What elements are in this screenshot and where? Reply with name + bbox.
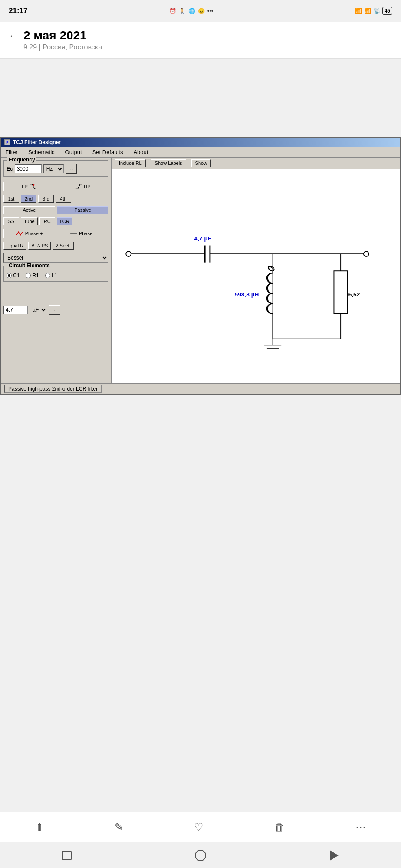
active-button[interactable]: Active (3, 206, 55, 214)
nav-bar (0, 842, 401, 868)
nav-circle-icon (195, 850, 206, 861)
frequency-label: Frequency (7, 157, 36, 163)
hp-button[interactable]: HP (57, 182, 108, 191)
value-row: µF nF pF ··· (3, 305, 108, 315)
order-2nd-button[interactable]: 2nd (21, 195, 36, 203)
signal2-icon: 📶 (364, 8, 371, 14)
tcj-icon: P (4, 139, 10, 145)
show-button[interactable]: Show (191, 159, 211, 167)
edit-icon: ✎ (115, 821, 123, 833)
svg-point-12 (126, 251, 131, 256)
status-time: 21:17 (9, 7, 27, 15)
post-title: 2 мая 2021 (23, 29, 108, 43)
radio-r1-label: R1 (32, 273, 39, 279)
lp-button[interactable]: LP (3, 182, 55, 191)
ec-label: Ec (7, 166, 13, 172)
order-1st-button[interactable]: 1st (3, 195, 19, 203)
filter-description: Passive high-pass 2nd-order LCR filter (4, 385, 102, 393)
active-passive-row: Active Passive (3, 206, 108, 214)
tcj-title: TCJ Filter Designer (13, 139, 61, 145)
circuit-elements-group: Circuit Elements C1 R1 L1 (3, 266, 108, 282)
radio-l1-label: L1 (52, 273, 57, 279)
frequency-input[interactable] (15, 164, 42, 173)
delete-icon: 🗑 (274, 821, 285, 833)
tech-row: SS Tube RC LCR (3, 217, 108, 225)
menu-setdefaults[interactable]: Set Defaults (91, 148, 125, 156)
bessel-select[interactable]: Bessel Butterworth Chebyshev (3, 253, 108, 263)
value-unit-select[interactable]: µF nF pF (30, 306, 47, 314)
order-4th-button[interactable]: 4th (56, 195, 71, 203)
radio-c1[interactable]: C1 (7, 273, 20, 279)
radio-r1-circle (26, 273, 31, 278)
schematic-svg: 4,7 µF 598,8 µH (112, 169, 400, 381)
radio-c1-label: C1 (13, 273, 20, 279)
nav-back-button[interactable] (327, 848, 342, 863)
like-button[interactable]: ♡ (194, 821, 204, 833)
tcj-menubar[interactable]: Filter Schematic Output Set Defaults Abo… (1, 147, 400, 158)
radio-l1-circle (45, 273, 50, 278)
show-labels-button[interactable]: Show Labels (151, 159, 186, 167)
frequency-group: Frequency Ec Hz kHz ··· (3, 160, 108, 177)
phase-minus-label: Phase - (79, 231, 95, 236)
hp-label: HP (84, 184, 90, 189)
screenshot-container: P TCJ Filter Designer Filter Schematic O… (0, 137, 401, 395)
rc-button[interactable]: RC (39, 217, 55, 225)
more-button[interactable]: ⋯ (355, 821, 366, 833)
phase-minus-button[interactable]: Phase - (57, 229, 108, 238)
svg-rect-21 (334, 271, 347, 313)
2sect-button[interactable]: 2 Sect. (53, 242, 73, 250)
status-bar: 21:17 ⏰ 🚶 🌐 😠 ••• 📶 📶 📡 45 (0, 0, 401, 22)
alarm-icon: ⏰ (169, 8, 176, 14)
battery-indicator: 45 (382, 7, 392, 15)
post-header: ← 2 мая 2021 9:29 | Россия, Ростовска... (0, 22, 401, 59)
tcj-body: Frequency Ec Hz kHz ··· LP (1, 158, 400, 383)
phase-plus-icon (16, 230, 24, 237)
back-button[interactable]: ← (9, 30, 18, 42)
tcj-statusbar: Passive high-pass 2nd-order LCR filter (1, 383, 400, 394)
ind-label: 598,8 µH (235, 291, 259, 298)
tcj-left-panel: Frequency Ec Hz kHz ··· LP (1, 158, 112, 383)
frequency-dots-button[interactable]: ··· (66, 164, 77, 174)
include-rl-button[interactable]: Include RL (115, 159, 146, 167)
value-input[interactable] (3, 306, 28, 314)
tcj-titlebar: P TCJ Filter Designer (1, 138, 400, 147)
order-3rd-button[interactable]: 3rd (38, 195, 54, 203)
share-icon: ⬆ (35, 821, 44, 833)
menu-about[interactable]: About (131, 148, 150, 156)
wifi-icon: 📡 (373, 8, 380, 14)
equal-r-button[interactable]: Equal R (3, 242, 26, 250)
delete-button[interactable]: 🗑 (274, 821, 285, 833)
more-icon: ⋯ (355, 821, 366, 833)
edit-button[interactable]: ✎ (115, 821, 123, 833)
menu-filter[interactable]: Filter (3, 148, 20, 156)
phase-row: Phase + Phase - (3, 229, 108, 238)
order-row: 1st 2nd 3rd 4th (3, 195, 108, 203)
value-dots-button[interactable]: ··· (49, 305, 60, 315)
tube-button[interactable]: Tube (21, 217, 38, 225)
nav-home-button[interactable] (193, 848, 208, 863)
passive-button[interactable]: Passive (57, 206, 108, 214)
menu-schematic[interactable]: Schematic (26, 148, 56, 156)
more-icon: ••• (207, 8, 214, 14)
radio-r1[interactable]: R1 (26, 273, 39, 279)
walk-icon: 🚶 (179, 8, 186, 14)
nav-square-button[interactable] (59, 848, 74, 863)
lcr-button[interactable]: LCR (57, 217, 72, 225)
ss-button[interactable]: SS (3, 217, 19, 225)
menu-output[interactable]: Output (63, 148, 84, 156)
phase-plus-button[interactable]: Phase + (3, 229, 55, 238)
status-icons: ⏰ 🚶 🌐 😠 ••• (169, 8, 214, 14)
tcj-right-panel: Include RL Show Labels Show (112, 158, 400, 383)
notification-icon: 😠 (198, 8, 205, 14)
lp-label: LP (22, 184, 27, 189)
frequency-row: Ec Hz kHz ··· (7, 164, 105, 174)
radio-l1[interactable]: L1 (45, 273, 57, 279)
spacer-top (0, 59, 401, 137)
signal1-icon: 📶 (355, 8, 362, 14)
schematic-area: 4,7 µF 598,8 µH (112, 169, 400, 381)
share-button[interactable]: ⬆ (35, 821, 44, 833)
browser-icon: 🌐 (188, 8, 195, 14)
status-right: 📶 📶 📡 45 (355, 7, 392, 15)
frequency-unit-select[interactable]: Hz kHz (43, 164, 64, 173)
bps-button[interactable]: B+/- PS (28, 242, 51, 250)
